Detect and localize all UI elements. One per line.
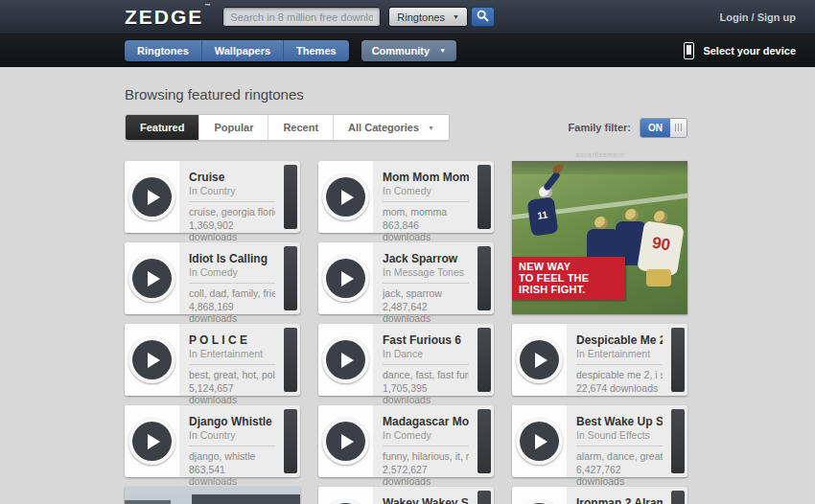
ringtone-card: Despicable Me 2 In Entertainment despica… xyxy=(512,324,687,396)
search-scope-dropdown[interactable]: Ringtones ▼ xyxy=(388,7,467,27)
play-button[interactable] xyxy=(128,418,175,465)
ringtone-category: In Dance xyxy=(383,348,469,359)
play-icon xyxy=(341,271,354,286)
chevron-down-icon: ▼ xyxy=(453,13,459,20)
nav-wallpapers[interactable]: Wallpapers xyxy=(202,40,284,61)
nav-themes[interactable]: Themes xyxy=(284,40,349,61)
play-area xyxy=(318,324,373,396)
ringtone-title[interactable]: Fast Furious 6 xyxy=(383,333,469,347)
ringtone-tags: dance, fast, fast furious, fast6... xyxy=(383,369,469,380)
ringtone-title[interactable]: Despicable Me 2 xyxy=(576,333,663,347)
search-scope-value: Ringtones xyxy=(397,11,445,23)
select-device-button[interactable]: Select your device xyxy=(684,42,796,59)
ringtone-title[interactable]: Idiot Is Calling xyxy=(189,252,275,265)
play-area xyxy=(125,242,179,314)
play-button[interactable] xyxy=(128,173,175,220)
play-icon xyxy=(341,353,354,368)
ringtone-title[interactable]: P O L I C E xyxy=(189,333,275,347)
play-icon xyxy=(535,434,547,449)
family-filter-toggle[interactable]: ON xyxy=(640,118,687,138)
ringtone-downloads: 1,705,395 downloads xyxy=(383,382,469,405)
advertisement-label: advertisement xyxy=(575,151,623,158)
ringtone-title[interactable]: Jack Sparrow xyxy=(383,252,469,265)
advertisement-photo: advertisement xyxy=(125,487,300,504)
ringtone-card: Django Whistle In Country django, whistl… xyxy=(125,405,300,477)
divider xyxy=(383,201,469,202)
ad-text-banner: NEW WAY TO FEEL THE IRISH FIGHT. xyxy=(512,257,625,300)
card-edge xyxy=(284,246,297,310)
ad-photo-image[interactable] xyxy=(125,487,300,504)
chevron-down-icon: ▼ xyxy=(439,47,446,54)
play-area xyxy=(318,405,373,477)
ringtone-tags: mom, momma xyxy=(383,206,469,218)
advertisement-label: advertisement xyxy=(188,477,236,484)
play-button[interactable] xyxy=(322,336,369,383)
search-button[interactable] xyxy=(471,7,495,27)
login-signup-link[interactable]: Login / Sign up xyxy=(720,11,796,23)
play-button[interactable] xyxy=(516,499,563,504)
card-edge xyxy=(284,409,297,473)
divider xyxy=(576,446,663,447)
zedge-logo[interactable]: ZEDGE™ xyxy=(125,6,209,29)
ringtone-title[interactable]: Mom Mom Mom Mom xyxy=(383,171,469,184)
play-icon xyxy=(341,434,354,449)
divider xyxy=(189,364,275,365)
tab-recent[interactable]: Recent xyxy=(268,115,334,140)
top-header: ZEDGE™ Ringtones ▼ Login / Sign up xyxy=(0,0,815,34)
ringtone-category: In Comedy xyxy=(189,266,275,278)
content-area: Browsing featured ringtones Featured Pop… xyxy=(125,67,687,504)
ringtone-title[interactable]: Cruise xyxy=(189,171,275,184)
play-button[interactable] xyxy=(128,336,175,383)
ringtone-title[interactable]: Wakey Wakey Sound xyxy=(383,496,469,504)
play-area xyxy=(125,405,179,477)
divider xyxy=(189,283,275,284)
ringtone-tags: funny, hilarious, it, madagasc... xyxy=(383,450,469,462)
ringtone-title[interactable]: Madagascar Move It xyxy=(383,415,469,428)
ringtone-category: In Country xyxy=(189,429,275,441)
ringtone-title[interactable]: Django Whistle xyxy=(189,415,275,428)
play-icon xyxy=(148,353,160,368)
category-dropdown-value: All Categories xyxy=(348,122,419,133)
ringtone-grid: Cruise In Country cruise, georgia florid… xyxy=(125,161,687,504)
card-edge xyxy=(284,165,297,229)
page-title: Browsing featured ringtones xyxy=(125,67,687,103)
nav-community-dropdown[interactable]: Community ▼ xyxy=(361,40,456,61)
ringtone-category: In Country xyxy=(189,185,275,196)
search-icon xyxy=(477,9,489,26)
select-device-label: Select your device xyxy=(703,45,796,57)
tab-featured[interactable]: Featured xyxy=(126,115,199,140)
ringtone-downloads: 4,868,169 downloads xyxy=(189,301,275,324)
play-button[interactable] xyxy=(128,255,175,302)
ringtone-title[interactable]: Ironman 2 Alram xyxy=(576,496,663,504)
play-area xyxy=(125,324,179,396)
play-button[interactable] xyxy=(516,418,563,465)
play-button[interactable] xyxy=(516,336,563,383)
ringtone-card: P O L I C E In Entertainment best, great… xyxy=(125,324,300,396)
ringtone-card: Wakey Wakey Sound xyxy=(318,487,494,504)
advertisement-football: advertisement 11 xyxy=(512,161,687,314)
play-icon xyxy=(535,353,547,368)
ringtone-downloads: 6,427,762 downloads xyxy=(576,464,663,487)
play-button[interactable] xyxy=(322,418,369,465)
ringtone-downloads: 863,846 downloads xyxy=(383,219,469,242)
play-button[interactable] xyxy=(322,255,369,302)
divider xyxy=(576,364,663,365)
ad-banner-image[interactable]: 11 90 xyxy=(512,161,687,314)
nav-ringtones[interactable]: Ringtones xyxy=(125,40,202,61)
play-area xyxy=(512,405,567,477)
toggle-grip xyxy=(670,119,687,137)
ringtone-downloads: 5,124,657 downloads xyxy=(189,382,275,405)
play-button[interactable] xyxy=(322,173,369,220)
tab-popular[interactable]: Popular xyxy=(199,115,268,140)
ringtone-category: In Comedy xyxy=(383,429,469,441)
search-input[interactable] xyxy=(222,7,381,27)
play-button[interactable] xyxy=(322,499,369,504)
community-label: Community xyxy=(372,45,431,57)
play-area xyxy=(318,242,373,314)
ringtone-title[interactable]: Best Wake Up Sound xyxy=(576,415,663,428)
ringtone-downloads: 2,572,627 downloads xyxy=(383,464,469,487)
divider xyxy=(383,283,469,284)
category-dropdown[interactable]: All Categories ▼ xyxy=(334,115,449,140)
card-edge xyxy=(477,246,491,310)
play-icon xyxy=(148,434,160,449)
